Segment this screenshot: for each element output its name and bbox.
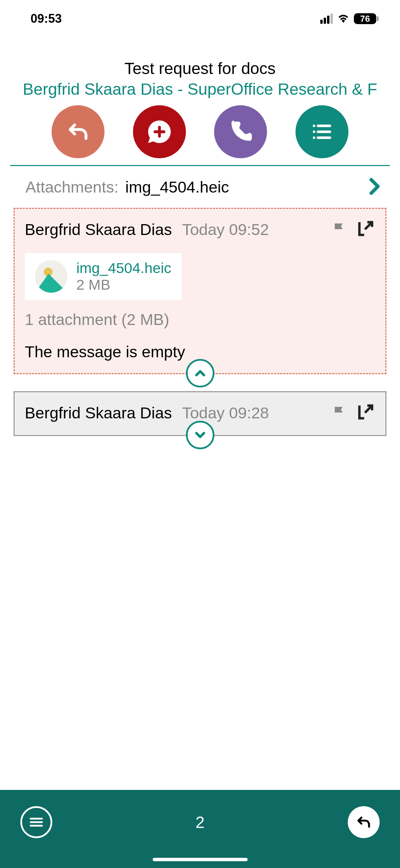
sender-name: Bergfrid Skaara Dias <box>25 403 172 422</box>
chevron-right-icon[interactable] <box>369 178 380 196</box>
message-time: Today 09:28 <box>182 403 269 422</box>
flag-icon[interactable] <box>332 405 346 420</box>
message-body: The message is empty <box>25 342 375 361</box>
list-button[interactable] <box>296 105 348 158</box>
message-time: Today 09:52 <box>182 220 269 239</box>
message-count: 2 <box>195 813 205 832</box>
message-header: Bergfrid Skaara Dias Today 09:28 <box>25 402 375 423</box>
status-time: 09:53 <box>31 12 62 26</box>
attachment-chip[interactable]: img_4504.heic 2 MB <box>25 253 182 300</box>
page-title: Test request for docs <box>7 59 393 78</box>
attachment-summary: 1 attachment (2 MB) <box>25 310 375 329</box>
status-bar: 09:53 76 <box>0 0 400 37</box>
menu-button[interactable] <box>20 806 52 838</box>
chip-size: 2 MB <box>76 276 171 293</box>
message-header: Bergfrid Skaara Dias Today 09:52 <box>25 219 375 239</box>
collapse-button[interactable] <box>186 359 214 387</box>
chip-filename: img_4504.heic <box>76 260 171 276</box>
home-indicator[interactable] <box>153 858 248 861</box>
attachments-label: Attachments: <box>25 178 118 196</box>
page-subtitle: Bergfrid Skaara Dias - SuperOffice Resea… <box>7 80 393 98</box>
expand-icon[interactable] <box>356 402 375 423</box>
message-card-collapsed[interactable]: Bergfrid Skaara Dias Today 09:28 <box>14 391 386 436</box>
message-card-expanded: Bergfrid Skaara Dias Today 09:52 img_450… <box>14 208 386 374</box>
signal-icon <box>320 14 333 24</box>
header: Test request for docs Bergfrid Skaara Di… <box>0 59 400 98</box>
attachments-filename: img_4504.heic <box>125 178 229 196</box>
attachments-row[interactable]: Attachments: img_4504.heic <box>0 166 400 208</box>
expand-button[interactable] <box>186 421 214 449</box>
action-row <box>10 98 390 166</box>
sender-name: Bergfrid Skaara Dias <box>25 220 172 239</box>
add-comment-button[interactable] <box>133 105 186 158</box>
call-button[interactable] <box>214 105 267 158</box>
reply-button[interactable] <box>348 806 380 838</box>
bottom-bar: 2 <box>0 790 400 868</box>
back-button[interactable] <box>52 105 104 158</box>
status-indicators: 76 <box>320 13 376 24</box>
battery-icon: 76 <box>354 13 376 24</box>
image-thumb-icon <box>35 260 68 293</box>
flag-icon[interactable] <box>332 222 346 237</box>
expand-icon[interactable] <box>356 219 375 239</box>
wifi-icon <box>337 13 350 24</box>
